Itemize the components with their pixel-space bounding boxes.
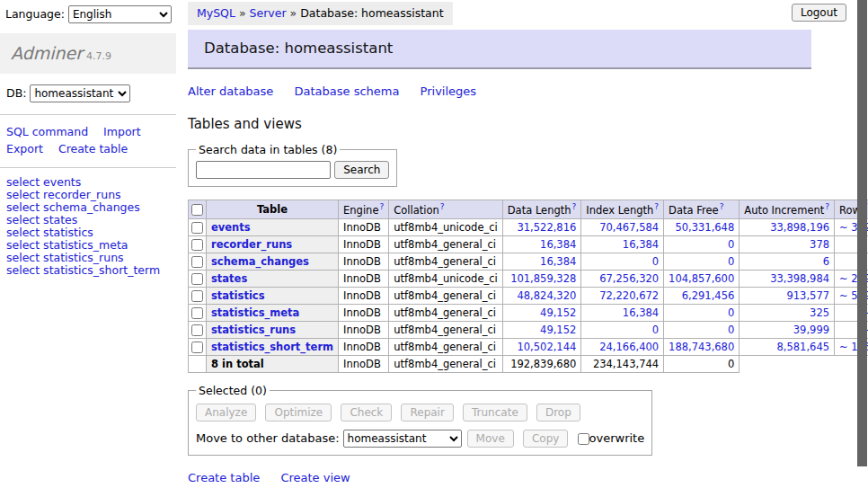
row-checkbox[interactable]	[191, 273, 203, 285]
sidebar-select-events[interactable]: select events	[6, 176, 170, 189]
column-header-data-free: Data Free?	[664, 200, 740, 219]
help-link[interactable]: ?	[654, 202, 659, 211]
table-name-link[interactable]: events	[211, 221, 251, 234]
table-row: recorder_runs InnoDB utf8mb4_general_ci …	[189, 235, 868, 253]
data-length-cell: 10,502,144	[502, 338, 581, 355]
data-length-cell: 49,152	[502, 321, 581, 338]
app-version: 4.7.9	[86, 50, 111, 62]
move-button[interactable]: Move	[467, 430, 514, 448]
table-row: schema_changes InnoDB utf8mb4_general_ci…	[189, 253, 868, 270]
help-link[interactable]: ?	[720, 202, 724, 211]
tables-overview-table: TableEngine?Collation?Data Length?Index …	[188, 200, 868, 373]
table-row: statistics_short_term InnoDB utf8mb4_gen…	[189, 338, 868, 355]
truncate-button[interactable]: Truncate	[463, 404, 527, 421]
repair-button[interactable]: Repair	[401, 404, 453, 421]
help-link[interactable]: ?	[440, 202, 445, 211]
engine-cell: InnoDB	[339, 321, 389, 338]
table-name-link[interactable]: statistics_meta	[211, 306, 299, 319]
search-input[interactable]	[196, 161, 331, 179]
help-link[interactable]: ?	[572, 202, 577, 211]
create-links: Create table Create view	[188, 471, 835, 484]
row-checkbox[interactable]	[191, 222, 203, 234]
db-label: DB:	[6, 86, 26, 100]
selected-buttons: Analyze Optimize Check Repair Truncate D…	[196, 404, 644, 421]
index-length-cell: 72,220,672	[581, 287, 664, 304]
data-length-cell: 16,384	[502, 253, 581, 270]
column-header-data-length: Data Length?	[502, 200, 581, 219]
collation-cell: utf8mb4_unicode_ci	[389, 218, 503, 235]
help-link[interactable]: ?	[379, 202, 384, 211]
select-all-checkbox[interactable]	[191, 204, 203, 216]
footer-collation: utf8mb4_general_ci	[389, 355, 503, 372]
sidebar-action-create-table[interactable]: Create table	[58, 142, 128, 155]
sidebar-select-schema-changes[interactable]: select schema_changes	[6, 201, 170, 214]
breadcrumb-link-server[interactable]: Server	[250, 6, 287, 20]
table-row: statistics InnoDB utf8mb4_general_ci 48,…	[189, 287, 868, 304]
sidebar-select-statistics[interactable]: select statistics	[6, 226, 170, 239]
sidebar-select-statistics-meta[interactable]: select statistics_meta	[6, 239, 170, 252]
check-button[interactable]: Check	[341, 404, 392, 421]
auto-increment-cell: 8,581,645	[740, 338, 835, 355]
sidebar-actions: SQL command Import Export Create table	[0, 115, 176, 168]
app-name: Adminer	[11, 43, 83, 63]
language-select[interactable]: English	[68, 5, 172, 23]
row-checkbox[interactable]	[191, 324, 203, 336]
breadcrumb-link-mysql[interactable]: MySQL	[197, 6, 235, 20]
breadcrumb-separator-icon: »	[290, 6, 297, 20]
table-header-row: TableEngine?Collation?Data Length?Index …	[189, 200, 868, 219]
engine-cell: InnoDB	[339, 270, 389, 287]
search-fieldset: Search data in tables (8) Search	[188, 143, 397, 187]
collation-cell: utf8mb4_general_ci	[389, 253, 503, 270]
column-header-table: Table	[207, 200, 339, 219]
table-name-link[interactable]: statistics	[211, 289, 265, 302]
db-link-alter-database[interactable]: Alter database	[188, 84, 273, 98]
copy-button[interactable]: Copy	[523, 430, 568, 448]
overwrite-checkbox[interactable]	[578, 433, 589, 445]
column-header-engine: Engine?	[339, 200, 389, 219]
row-checkbox[interactable]	[191, 256, 203, 268]
sidebar-select-states[interactable]: select states	[6, 214, 170, 226]
sidebar-action-export[interactable]: Export	[6, 142, 43, 155]
footer-index-length: 234,143,744	[581, 355, 664, 372]
move-db-select[interactable]: homeassistant	[343, 430, 462, 448]
table-name-link[interactable]: statistics_short_term	[211, 341, 333, 353]
move-buttons: Move Copy	[467, 431, 578, 445]
sidebar: Language:English Adminer4.7.9 DB:homeass…	[0, 0, 176, 285]
create-link-create-view[interactable]: Create view	[280, 471, 350, 484]
analyze-button[interactable]: Analyze	[196, 404, 256, 421]
drop-button[interactable]: Drop	[536, 404, 580, 421]
row-checkbox[interactable]	[191, 307, 203, 319]
data-length-cell: 101,859,328	[502, 270, 581, 287]
auto-increment-cell: 378	[740, 235, 835, 253]
sidebar-select-recorder-runs[interactable]: select recorder_runs	[6, 189, 170, 201]
logout-button[interactable]: Logout	[792, 4, 846, 22]
table-name-link[interactable]: statistics_runs	[211, 324, 296, 336]
breadcrumb: MySQL»Server»Database: homeassistant	[188, 2, 453, 25]
vertical-scrollbar[interactable]	[857, 0, 867, 466]
sidebar-select-statistics-runs[interactable]: select statistics_runs	[6, 252, 170, 264]
db-link-privileges[interactable]: Privileges	[421, 84, 477, 98]
footer-engine: InnoDB	[339, 355, 389, 372]
table-name-link[interactable]: schema_changes	[211, 255, 309, 268]
db-link-database-schema[interactable]: Database schema	[295, 84, 400, 98]
table-name-link[interactable]: recorder_runs	[211, 238, 292, 251]
row-checkbox[interactable]	[191, 290, 203, 302]
breadcrumb-separator-icon: »	[239, 6, 246, 20]
engine-cell: InnoDB	[339, 304, 389, 321]
sidebar-select-statistics-short-term[interactable]: select statistics_short_term	[6, 264, 170, 277]
help-link[interactable]: ?	[825, 202, 829, 211]
selected-legend: Selected (0)	[196, 384, 270, 397]
sidebar-action-sql-command[interactable]: SQL command	[6, 125, 88, 138]
row-checkbox[interactable]	[191, 239, 203, 251]
db-select[interactable]: homeassistant	[30, 84, 130, 102]
create-link-create-table[interactable]: Create table	[188, 471, 260, 484]
overwrite-option[interactable]: overwrite	[578, 431, 645, 445]
sidebar-action-import[interactable]: Import	[103, 125, 141, 138]
engine-cell: InnoDB	[339, 218, 389, 235]
search-button[interactable]: Search	[334, 161, 389, 179]
app-logo: Adminer4.7.9	[0, 33, 176, 74]
optimize-button[interactable]: Optimize	[265, 404, 332, 421]
table-name-link[interactable]: states	[211, 272, 247, 285]
table-row: events InnoDB utf8mb4_unicode_ci 31,522,…	[189, 218, 868, 235]
row-checkbox[interactable]	[191, 342, 203, 353]
